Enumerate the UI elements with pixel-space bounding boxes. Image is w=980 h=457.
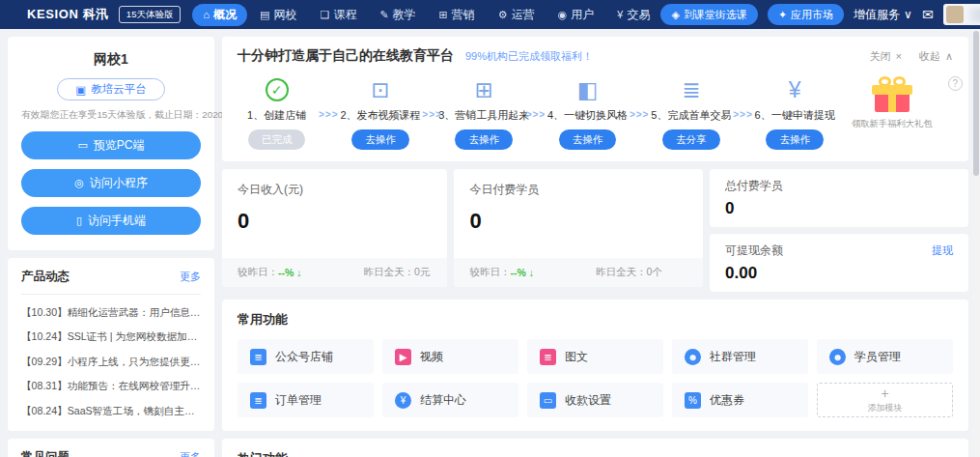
scrollbar-thumb[interactable] bbox=[973, 31, 979, 176]
news-item[interactable]: 【10.30】精细化运营武器：用户信息批量管理功能！ bbox=[21, 306, 201, 320]
menu-item-users[interactable]: ◉ 用户 bbox=[547, 4, 605, 26]
step-publish-video-course: ⊡ 2、发布视频课程 去操作 bbox=[341, 74, 419, 150]
down-arrow-icon: ↓ bbox=[529, 267, 534, 278]
tile-coupons[interactable]: % 优惠券 bbox=[672, 383, 808, 417]
newbie-gift-pack[interactable]: 领取新手福利大礼包 bbox=[840, 76, 944, 130]
user-account[interactable] bbox=[943, 4, 980, 25]
page-scrollbar[interactable] bbox=[972, 29, 980, 457]
step-create-shop: ✓ 1、创建店铺 已完成 bbox=[238, 74, 316, 150]
card-header: 常见问题 更多 bbox=[21, 449, 201, 457]
stat-footer: 较昨日： --% ↓ 昨日全天：0个 bbox=[454, 258, 703, 287]
onboarding-controls: 关闭 × 收起 ∧ bbox=[858, 49, 954, 64]
page-body: 网校1 ▣ 教培云平台 有效期您正在享受15天体验版，截止日期：2020-11-… bbox=[0, 29, 980, 457]
app-market-icon: ✦ bbox=[778, 9, 787, 21]
menu-item-transactions[interactable]: ¥ 交易 bbox=[606, 4, 660, 26]
tile-student-management[interactable]: ☻ 学员管理 bbox=[817, 339, 953, 374]
tile-articles[interactable]: ≣ 图文 bbox=[527, 339, 663, 374]
phone-icon: ▯ bbox=[76, 214, 82, 227]
user-name-blurred bbox=[968, 8, 980, 22]
step-action-button[interactable]: 去操作 bbox=[455, 129, 513, 150]
news-item[interactable]: 【10.24】SSL证书 | 为您网校数据加密护航 bbox=[21, 330, 201, 344]
plus-icon: + bbox=[881, 386, 888, 400]
visit-miniprogram-button[interactable]: ◎ 访问小程序 bbox=[21, 169, 201, 197]
add-module-tile[interactable]: + 添加模块 bbox=[817, 383, 953, 417]
stat-label: 总付费学员 bbox=[725, 178, 953, 194]
gift-box-icon bbox=[872, 76, 912, 113]
menu-item-teaching[interactable]: ✎ 教学 bbox=[369, 4, 426, 26]
onboarding-subtitle: 99%机构已完成领取福利！ bbox=[465, 49, 593, 64]
menu-item-marketing[interactable]: ⊞ 营销 bbox=[429, 4, 486, 26]
stats-row: 今日收入(元) 0 较昨日： --% ↓ 昨日全天：0元 今日付费学员 0 较昨… bbox=[222, 169, 968, 292]
ticket-icon: % bbox=[685, 392, 701, 409]
menu-item-school[interactable]: ▤ 网校 bbox=[249, 4, 307, 26]
step-separator-icon: >>> bbox=[316, 109, 341, 120]
withdraw-icon: ¥ bbox=[789, 74, 801, 105]
value-added-services-dropdown[interactable]: 增值服务 ∨ bbox=[854, 7, 912, 23]
tile-order-management[interactable]: ≣ 订单管理 bbox=[238, 383, 374, 417]
step-apply-withdraw: ¥ 6、一键申请提现 去操作 bbox=[755, 74, 833, 150]
person-icon: ☻ bbox=[685, 349, 701, 365]
faq-card: 常见问题 更多 店铺装修使用教程 标准版绑定公众号教程 升级版独立公众号教程 如… bbox=[8, 439, 214, 457]
help-icon[interactable]: ? bbox=[948, 76, 963, 91]
news-item[interactable]: 【09.29】小程序上线，只为您提供更好的服务 bbox=[21, 356, 201, 369]
mail-icon[interactable]: ✉ bbox=[922, 7, 934, 22]
faq-title: 常见问题 bbox=[21, 449, 70, 457]
yen-icon: ¥ bbox=[617, 9, 623, 20]
trial-expiry-text: 有效期您正在享受15天体验版，截止日期：2020-11-18 续费 bbox=[21, 109, 201, 122]
step-action-button[interactable]: 去操作 bbox=[559, 129, 617, 150]
menu-label: 交易 bbox=[627, 7, 650, 23]
preview-pc-button[interactable]: ▭ 预览PC端 bbox=[21, 131, 201, 159]
app-market-button[interactable]: ✦ 应用市场 bbox=[768, 4, 844, 25]
step-share-button[interactable]: 去分享 bbox=[662, 129, 720, 150]
marketing-icon: ⊞ bbox=[439, 9, 448, 21]
withdraw-link[interactable]: 提现 bbox=[932, 243, 953, 258]
menu-item-overview[interactable]: ⌂ 概况 bbox=[192, 4, 247, 26]
news-item[interactable]: 【08.24】SaaS智造工场，镌刻自主品牌—OEM bbox=[21, 405, 201, 418]
stat-label: 今日付费学员 bbox=[469, 182, 687, 198]
tile-payment-settings[interactable]: ▭ 收款设置 bbox=[527, 383, 663, 417]
today-paid-students-value: 0 bbox=[469, 209, 687, 234]
step-use-marketing-tools: ⊞ 3、营销工具用起来 去操作 bbox=[445, 74, 523, 150]
chevron-up-icon: ∧ bbox=[945, 50, 953, 63]
home-icon: ⌂ bbox=[203, 9, 210, 20]
total-paid-students-card: 总付费学员 0 bbox=[710, 169, 968, 227]
left-sidebar: 网校1 ▣ 教培云平台 有效期您正在享受15天体验版，截止日期：2020-11-… bbox=[8, 37, 214, 449]
navbar-right: ◈ 到课堂街选课 ✦ 应用市场 增值服务 ∨ ✉ bbox=[660, 4, 980, 25]
product-news-more-link[interactable]: 更多 bbox=[180, 270, 201, 284]
school-name: 网校1 bbox=[21, 51, 201, 69]
step-separator-icon: >>> bbox=[627, 109, 652, 120]
trial-version-badge: 15天体验版 bbox=[119, 6, 182, 23]
total-paid-students-value: 0 bbox=[725, 199, 953, 218]
document-icon: ≣ bbox=[540, 349, 556, 365]
hot-functions-card: 热门功能 ❒ 直播功能 紧跟主流，帮助机构盈利 去使用 ❒ 内容分销 海量精品课… bbox=[222, 439, 968, 457]
monitor-icon: ▣ bbox=[75, 83, 86, 97]
menu-item-courses[interactable]: ❏ 课程 bbox=[310, 4, 368, 26]
step-separator-icon: >>> bbox=[730, 109, 755, 120]
visit-mobile-button[interactable]: ▯ 访问手机端 bbox=[21, 207, 201, 235]
course-street-button[interactable]: ◈ 到课堂街选课 bbox=[660, 4, 757, 25]
step-action-button[interactable]: 去操作 bbox=[351, 129, 409, 150]
gift-icon: ⊞ bbox=[475, 74, 493, 105]
news-item[interactable]: 【08.31】功能预告：在线网校管理升级，操作效率高到... bbox=[21, 380, 201, 393]
onboarding-banner: 十分钟打造属于自己的在线教育平台 99%机构已完成领取福利！ 关闭 × 收起 ∧ bbox=[222, 37, 968, 161]
course-street-icon: ◈ bbox=[671, 9, 679, 21]
step-action-button[interactable]: 去操作 bbox=[766, 129, 824, 150]
close-banner-button[interactable]: 关闭 × bbox=[870, 49, 902, 64]
tile-video[interactable]: ▶ 视频 bbox=[382, 339, 518, 374]
edu-cloud-platform-pill[interactable]: ▣ 教培云平台 bbox=[57, 78, 164, 100]
faq-more-link[interactable]: 更多 bbox=[180, 450, 201, 457]
clipboard-icon: ≣ bbox=[250, 392, 266, 409]
today-income-value: 0 bbox=[238, 209, 432, 234]
user-icon: ◉ bbox=[558, 9, 568, 21]
common-functions-card: 常用功能 ≣ 公众号店铺 ▶ 视频 ≣ 图文 ☻ 社群管理 bbox=[222, 300, 968, 431]
collapse-banner-button[interactable]: 收起 ∧ bbox=[919, 49, 953, 64]
person-icon: ☻ bbox=[829, 349, 846, 365]
school-card: 网校1 ▣ 教培云平台 有效期您正在享受15天体验版，截止日期：2020-11-… bbox=[8, 37, 214, 250]
pc-icon: ▭ bbox=[77, 139, 87, 152]
tile-official-account-shop[interactable]: ≣ 公众号店铺 bbox=[238, 339, 374, 374]
yen-circle-icon: ¥ bbox=[395, 392, 411, 409]
tile-community-management[interactable]: ☻ 社群管理 bbox=[672, 339, 808, 374]
menu-item-operations[interactable]: ⚙ 运营 bbox=[488, 4, 546, 26]
main-content: 十分钟打造属于自己的在线教育平台 99%机构已完成领取福利！ 关闭 × 收起 ∧ bbox=[222, 37, 968, 449]
tile-settlement-center[interactable]: ¥ 结算中心 bbox=[382, 383, 518, 417]
